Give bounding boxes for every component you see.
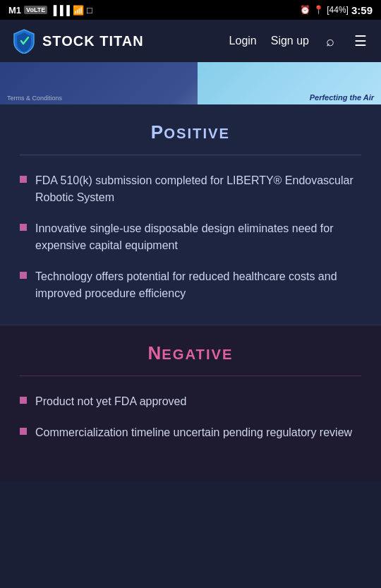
instagram-icon: □ <box>87 5 92 16</box>
negative-divider <box>20 376 361 376</box>
bullet-icon <box>20 176 27 183</box>
carrier-label: M1 <box>8 5 21 16</box>
positive-title: POSITIVE <box>20 121 361 143</box>
search-icon[interactable]: ⌕ <box>323 30 337 52</box>
positive-divider <box>20 155 361 155</box>
clock-display: 3:59 <box>351 4 373 16</box>
status-right: ⏰ 📍 [44%] 3:59 <box>300 4 373 16</box>
wifi-icon: 📶 <box>73 5 84 16</box>
bullet-icon <box>20 224 27 231</box>
negative-title: NEGATIVE <box>20 342 361 364</box>
negative-title-rest: EGATIVE <box>162 347 233 362</box>
navbar: STOCK TITAN Login Sign up ⌕ ☰ <box>0 20 381 62</box>
location-icon: 📍 <box>313 5 324 15</box>
bullet-icon <box>20 397 27 404</box>
volte-badge: VoLTE <box>24 6 47 14</box>
negative-section: NEGATIVE Product not yet FDA approved Co… <box>0 325 381 481</box>
signal-icon: ▐▐▐ <box>50 5 70 16</box>
banner-tagline: Perfecting the Air <box>310 93 374 102</box>
banner-image: Terms & Conditions Perfecting the Air <box>0 62 381 104</box>
bullet-icon <box>20 428 27 435</box>
positive-item-3: Technology offers potential for reduced … <box>35 268 361 302</box>
alarm-icon: ⏰ <box>300 5 310 15</box>
positive-bullet-list: FDA 510(k) submission completed for LIBE… <box>20 172 361 302</box>
positive-item-1: FDA 510(k) submission completed for LIBE… <box>35 172 361 206</box>
list-item: Technology offers potential for reduced … <box>20 268 361 302</box>
bullet-icon <box>20 272 27 279</box>
list-item: Commercialization timeline uncertain pen… <box>20 424 361 441</box>
menu-icon[interactable]: ☰ <box>351 30 370 52</box>
negative-title-first: N <box>147 342 162 364</box>
logo-text: STOCK TITAN <box>42 33 144 49</box>
negative-item-1: Product not yet FDA approved <box>35 393 186 410</box>
positive-section: POSITIVE FDA 510(k) submission completed… <box>0 104 381 325</box>
positive-title-first: P <box>151 121 164 143</box>
positive-title-rest: OSITIVE <box>164 126 230 141</box>
logo-area: STOCK TITAN <box>11 28 221 54</box>
battery-icon: [44%] <box>327 5 349 15</box>
banner-terms: Terms & Conditions <box>7 95 62 102</box>
login-link[interactable]: Login <box>229 35 257 47</box>
nav-links: Login Sign up ⌕ ☰ <box>229 30 370 52</box>
status-bar: M1 VoLTE ▐▐▐ 📶 □ ⏰ 📍 [44%] 3:59 <box>0 0 381 20</box>
list-item: FDA 510(k) submission completed for LIBE… <box>20 172 361 206</box>
list-item: Product not yet FDA approved <box>20 393 361 410</box>
logo-icon <box>11 28 37 54</box>
negative-item-2: Commercialization timeline uncertain pen… <box>35 424 352 441</box>
negative-bullet-list: Product not yet FDA approved Commerciali… <box>20 393 361 441</box>
list-item: Innovative single-use disposable design … <box>20 220 361 254</box>
carrier-info: M1 VoLTE ▐▐▐ 📶 □ <box>8 5 92 16</box>
positive-item-2: Innovative single-use disposable design … <box>35 220 361 254</box>
signup-link[interactable]: Sign up <box>271 35 309 47</box>
